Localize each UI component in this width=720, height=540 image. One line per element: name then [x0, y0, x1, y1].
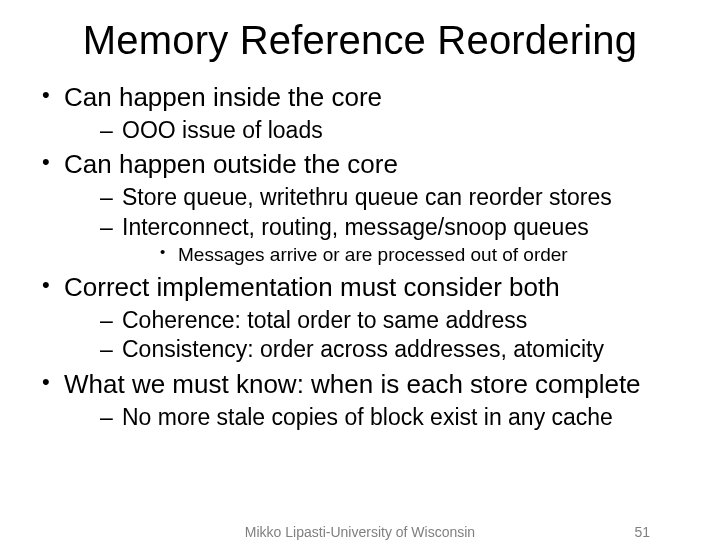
sublist: Store queue, writethru queue can reorder…	[64, 183, 684, 267]
bullet-text: Messages arrive or are processed out of …	[178, 244, 568, 265]
bullet-text: Interconnect, routing, message/snoop que…	[122, 214, 589, 240]
bullet-text: OOO issue of loads	[122, 117, 323, 143]
bullet-text: No more stale copies of block exist in a…	[122, 404, 613, 430]
slide: Memory Reference Reordering Can happen i…	[0, 0, 720, 540]
bullet-text: Can happen inside the core	[64, 82, 382, 112]
bullet-text: Consistency: order across addresses, ato…	[122, 336, 604, 362]
bullet-l3: Messages arrive or are processed out of …	[150, 243, 684, 267]
bullet-text: Correct implementation must consider bot…	[64, 272, 560, 302]
bullet-l2: Consistency: order across addresses, ato…	[92, 335, 684, 364]
bullet-l2: Coherence: total order to same address	[92, 306, 684, 335]
bullet-text: What we must know: when is each store co…	[64, 369, 641, 399]
sublist: Coherence: total order to same address C…	[64, 306, 684, 365]
bullet-l2: Interconnect, routing, message/snoop que…	[92, 213, 684, 268]
bullet-text: Coherence: total order to same address	[122, 307, 527, 333]
bullet-list: Can happen inside the core OOO issue of …	[36, 81, 684, 431]
footer-author: Mikko Lipasti-University of Wisconsin	[245, 524, 475, 540]
subsublist: Messages arrive or are processed out of …	[122, 243, 684, 267]
bullet-l1: Can happen inside the core OOO issue of …	[36, 81, 684, 144]
slide-title: Memory Reference Reordering	[36, 18, 684, 63]
bullet-l1: Correct implementation must consider bot…	[36, 271, 684, 364]
sublist: No more stale copies of block exist in a…	[64, 403, 684, 432]
bullet-l1: Can happen outside the core Store queue,…	[36, 148, 684, 267]
bullet-l2: OOO issue of loads	[92, 116, 684, 145]
bullet-l1: What we must know: when is each store co…	[36, 368, 684, 431]
bullet-text: Can happen outside the core	[64, 149, 398, 179]
sublist: OOO issue of loads	[64, 116, 684, 145]
bullet-l2: Store queue, writethru queue can reorder…	[92, 183, 684, 212]
bullet-text: Store queue, writethru queue can reorder…	[122, 184, 612, 210]
page-number: 51	[634, 524, 650, 540]
bullet-l2: No more stale copies of block exist in a…	[92, 403, 684, 432]
